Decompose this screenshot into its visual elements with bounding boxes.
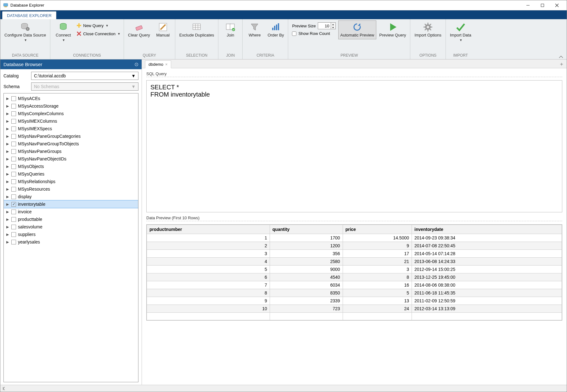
- table-checkbox[interactable]: [11, 126, 16, 131]
- spin-up-button[interactable]: ▲: [331, 23, 335, 26]
- table-tree-item[interactable]: ▶MSysAccessStorage: [4, 102, 138, 110]
- import-data-button[interactable]: Import Data ▼: [448, 20, 474, 43]
- table-tree-item[interactable]: ▶MSysIMEXSpecs: [4, 125, 138, 132]
- table-row[interactable]: 6454082013-12-25 19:45:00: [147, 273, 562, 281]
- expand-icon[interactable]: ▶: [6, 142, 9, 146]
- table-row[interactable]: 42580212013-06-08 14:24:33: [147, 258, 562, 266]
- expand-icon[interactable]: ▶: [6, 232, 9, 237]
- table-tree-item[interactable]: ▶MSysObjects: [4, 163, 138, 170]
- table-checkbox[interactable]: [11, 119, 16, 124]
- expand-icon[interactable]: ▶: [6, 157, 9, 161]
- expand-icon[interactable]: ▶: [6, 217, 9, 221]
- table-checkbox[interactable]: [11, 96, 16, 101]
- tab-options-icon[interactable]: ✦: [559, 61, 564, 67]
- table-checkbox[interactable]: [11, 104, 16, 109]
- table-tree-item[interactable]: ▶invoice: [4, 208, 138, 216]
- table-tree-item[interactable]: ▶producttable: [4, 216, 138, 223]
- new-query-button[interactable]: New Query ▼: [75, 22, 122, 29]
- table-checkbox[interactable]: [11, 179, 16, 184]
- table-checkbox[interactable]: [11, 172, 16, 176]
- table-tree-item[interactable]: ▶display: [4, 193, 138, 200]
- tab-dbdemo[interactable]: dbdemo ×: [145, 60, 171, 68]
- table-tree-item[interactable]: ▶MSysNavPaneGroupCategories: [4, 132, 138, 140]
- expand-icon[interactable]: ▶: [6, 112, 9, 116]
- preview-query-button[interactable]: Preview Query: [377, 20, 408, 39]
- table-row[interactable]: 92339132011-02-09 12:50:59: [147, 297, 562, 305]
- table-tree-item[interactable]: ▶MSysQueries: [4, 170, 138, 178]
- table-tree-item[interactable]: ▶suppliers: [4, 231, 138, 238]
- table-row[interactable]: 76034162014-08-06 08:38:00: [147, 281, 562, 289]
- table-checkbox[interactable]: [11, 157, 16, 161]
- table-tree-item[interactable]: ▶MSysComplexColumns: [4, 110, 138, 117]
- table-tree-item[interactable]: ▶salesvolume: [4, 223, 138, 231]
- panel-menu-icon[interactable]: ⊙: [134, 61, 138, 67]
- table-tree-item[interactable]: ▶MSysRelationships: [4, 178, 138, 185]
- expand-icon[interactable]: ▶: [6, 210, 9, 214]
- expand-icon[interactable]: ▶: [6, 187, 9, 191]
- column-header[interactable]: price: [343, 225, 412, 234]
- table-tree-item[interactable]: ▶MSysACEs: [4, 95, 138, 102]
- expand-icon[interactable]: ▶: [6, 97, 9, 101]
- table-row[interactable]: 5900032012-09-14 15:00:25: [147, 266, 562, 273]
- column-header[interactable]: quantity: [270, 225, 343, 234]
- expand-icon[interactable]: ▶: [6, 165, 9, 169]
- connect-button[interactable]: Connect ▼: [52, 20, 74, 43]
- statusbar-icon[interactable]: [2, 386, 7, 391]
- manual-button[interactable]: Manual: [153, 20, 173, 39]
- expand-icon[interactable]: ▶: [6, 119, 9, 123]
- collapse-ribbon-button[interactable]: [559, 54, 564, 57]
- preview-size-spinner[interactable]: ▲ ▼: [318, 22, 336, 29]
- minimize-button[interactable]: [521, 1, 535, 10]
- table-tree-item[interactable]: ▶MSysNavPaneObjectIDs: [4, 155, 138, 163]
- schema-combo[interactable]: No Schemas ▼: [31, 82, 138, 91]
- expand-icon[interactable]: ▶: [6, 127, 9, 131]
- table-checkbox[interactable]: [11, 210, 16, 214]
- close-button[interactable]: [550, 1, 564, 10]
- table-row[interactable]: 2120092014-07-08 22:50:45: [147, 242, 562, 250]
- data-preview-table[interactable]: productnumberquantitypriceinventorydate1…: [147, 225, 562, 320]
- close-connection-button[interactable]: Close Connection ▼: [75, 30, 122, 37]
- configure-data-source-button[interactable]: Configure Data Source ▼: [2, 20, 48, 43]
- table-tree-item[interactable]: ▶inventorytable: [4, 200, 138, 208]
- catalog-combo[interactable]: C:\tutorial.accdb ▼: [31, 72, 138, 80]
- table-row[interactable]: 10723242012-03-14 13:13:09: [147, 305, 562, 313]
- expand-icon[interactable]: ▶: [6, 202, 9, 206]
- tab-database-explorer[interactable]: DATABASE EXPLORER: [2, 11, 56, 19]
- join-button[interactable]: Join: [220, 20, 240, 39]
- expand-icon[interactable]: ▶: [6, 104, 9, 108]
- expand-icon[interactable]: ▶: [6, 180, 9, 184]
- expand-icon[interactable]: ▶: [6, 240, 9, 244]
- table-tree-item[interactable]: ▶MSysResources: [4, 185, 138, 193]
- expand-icon[interactable]: ▶: [6, 149, 9, 154]
- table-tree[interactable]: ▶MSysACEs▶MSysAccessStorage▶MSysComplexC…: [3, 93, 138, 382]
- expand-icon[interactable]: ▶: [6, 195, 9, 199]
- table-checkbox[interactable]: [11, 232, 16, 237]
- table-tree-item[interactable]: ▶MSysIMEXColumns: [4, 117, 138, 125]
- expand-icon[interactable]: ▶: [6, 225, 9, 229]
- preview-size-input[interactable]: [318, 23, 331, 29]
- table-row[interactable]: 1170014.50002014-09-23 09:38:34: [147, 234, 562, 242]
- spin-down-button[interactable]: ▼: [331, 26, 335, 29]
- expand-icon[interactable]: ▶: [6, 172, 9, 176]
- column-header[interactable]: inventorydate: [412, 225, 562, 234]
- show-row-count-checkbox[interactable]: Show Row Count: [292, 31, 335, 36]
- show-row-count-input[interactable]: [292, 31, 296, 36]
- table-checkbox[interactable]: [11, 111, 16, 116]
- table-checkbox[interactable]: [11, 187, 16, 192]
- table-checkbox[interactable]: [11, 142, 16, 146]
- table-checkbox[interactable]: [11, 134, 16, 139]
- table-tree-item[interactable]: ▶MSysNavPaneGroups: [4, 148, 138, 155]
- import-options-button[interactable]: Import Options: [412, 20, 443, 39]
- maximize-button[interactable]: [535, 1, 550, 10]
- table-checkbox[interactable]: [11, 225, 16, 229]
- table-checkbox[interactable]: [11, 202, 16, 207]
- table-row[interactable]: 8835052011-06-18 11:45:35: [147, 289, 562, 297]
- table-checkbox[interactable]: [11, 240, 16, 244]
- table-checkbox[interactable]: [11, 164, 16, 169]
- tab-close-icon[interactable]: ×: [165, 62, 168, 67]
- column-header[interactable]: productnumber: [147, 225, 270, 234]
- table-checkbox[interactable]: [11, 194, 16, 199]
- automatic-preview-button[interactable]: Automatic Preview: [338, 20, 377, 39]
- sql-query-editor[interactable]: SELECT * FROM inventorytable: [146, 80, 562, 212]
- table-checkbox[interactable]: [11, 149, 16, 154]
